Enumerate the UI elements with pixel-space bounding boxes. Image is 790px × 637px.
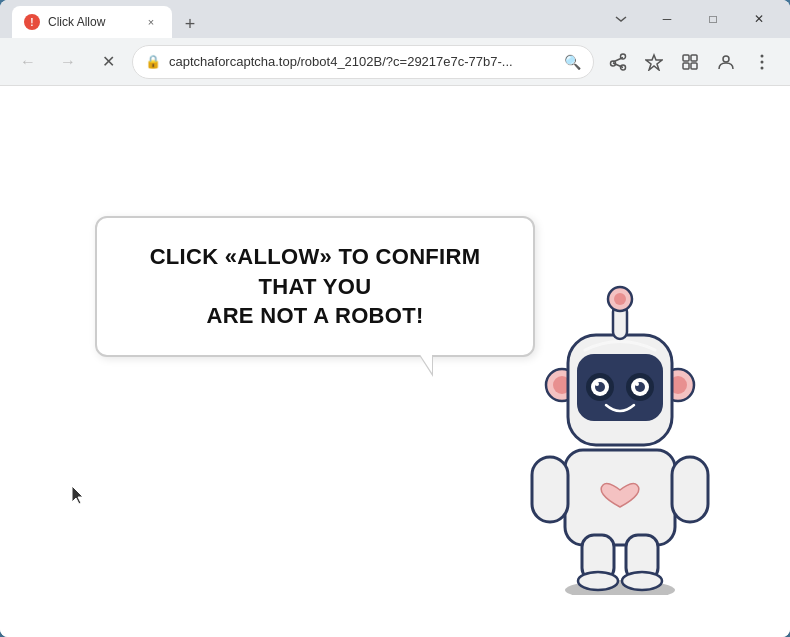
browser-window: ! Click Allow × + ─ □ ✕ ← → ✕ 🔒 captchaf… xyxy=(0,0,790,637)
svg-rect-13 xyxy=(532,457,568,522)
svg-point-7 xyxy=(723,56,729,62)
cursor-pointer xyxy=(72,486,84,504)
profile-button[interactable] xyxy=(710,46,742,78)
share-button[interactable] xyxy=(602,46,634,78)
svg-point-9 xyxy=(761,60,764,63)
speech-bubble: CLICK «ALLOW» TO CONFIRM THAT YOU ARE NO… xyxy=(95,216,535,357)
bookmark-button[interactable] xyxy=(638,46,670,78)
search-icon[interactable]: 🔍 xyxy=(564,54,581,70)
svg-rect-5 xyxy=(683,63,689,69)
tab-favicon: ! xyxy=(24,14,40,30)
browser-tab[interactable]: ! Click Allow × xyxy=(12,6,172,38)
svg-marker-2 xyxy=(646,55,662,70)
window-controls: ─ □ ✕ xyxy=(598,0,782,38)
svg-point-17 xyxy=(578,572,618,590)
svg-rect-3 xyxy=(683,55,689,61)
minimize-button[interactable]: ─ xyxy=(644,0,690,38)
svg-point-31 xyxy=(595,382,599,386)
svg-point-8 xyxy=(761,54,764,57)
address-bar[interactable]: 🔒 captchaforcaptcha.top/robot4_2102B/?c=… xyxy=(132,45,594,79)
tab-strip: ! Click Allow × + xyxy=(8,0,598,38)
chevron-down-icon[interactable] xyxy=(598,0,644,38)
svg-rect-6 xyxy=(691,63,697,69)
close-button[interactable]: ✕ xyxy=(736,0,782,38)
extensions-button[interactable] xyxy=(674,46,706,78)
svg-rect-14 xyxy=(672,457,708,522)
new-tab-button[interactable]: + xyxy=(176,10,204,38)
nav-right-icons xyxy=(602,46,778,78)
svg-point-35 xyxy=(635,382,639,386)
reload-button[interactable]: ✕ xyxy=(92,46,124,78)
tab-close-button[interactable]: × xyxy=(142,13,160,31)
svg-point-10 xyxy=(761,66,764,69)
url-text: captchaforcaptcha.top/robot4_2102B/?c=29… xyxy=(169,54,556,69)
lock-icon: 🔒 xyxy=(145,54,161,69)
svg-line-0 xyxy=(613,57,623,62)
bubble-text: CLICK «ALLOW» TO CONFIRM THAT YOU ARE NO… xyxy=(125,242,505,331)
menu-button[interactable] xyxy=(746,46,778,78)
tab-title: Click Allow xyxy=(48,15,134,29)
svg-rect-4 xyxy=(691,55,697,61)
maximize-button[interactable]: □ xyxy=(690,0,736,38)
title-bar: ! Click Allow × + ─ □ ✕ xyxy=(0,0,790,38)
svg-point-26 xyxy=(614,293,626,305)
back-button[interactable]: ← xyxy=(12,46,44,78)
forward-button[interactable]: → xyxy=(52,46,84,78)
page-content: CLICK «ALLOW» TO CONFIRM THAT YOU ARE NO… xyxy=(0,86,790,637)
nav-bar: ← → ✕ 🔒 captchaforcaptcha.top/robot4_210… xyxy=(0,38,790,86)
robot-illustration xyxy=(510,267,730,607)
svg-point-18 xyxy=(622,572,662,590)
